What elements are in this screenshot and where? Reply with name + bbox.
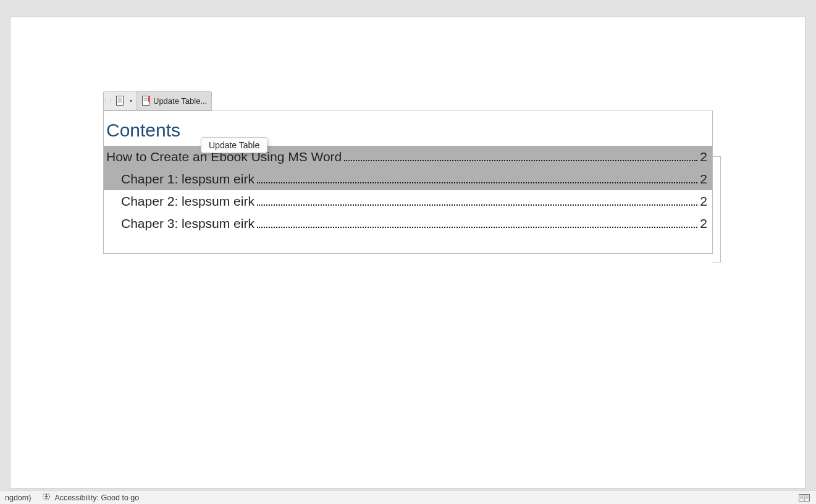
toc-entry[interactable]: Chaper 2: lespsum eirk 2: [104, 190, 712, 212]
svg-rect-0: [117, 96, 124, 106]
toc-entry-text: Chaper 3: lespsum eirk: [121, 216, 254, 231]
page-refresh-icon: [141, 95, 152, 106]
svg-rect-7: [148, 96, 150, 102]
update-table-button[interactable]: Update Table...: [137, 91, 211, 110]
toc-leader: [257, 182, 697, 183]
toc-entry-page: 2: [700, 194, 707, 209]
toc-title: Contents: [106, 120, 712, 141]
toc-field[interactable]: Contents How to Create an Ebook Using MS…: [103, 111, 713, 254]
toc-options-button[interactable]: ▾: [111, 91, 137, 110]
toc-entry-text: Chaper 2: lespsum eirk: [121, 194, 254, 209]
toc-entry-page: 2: [700, 149, 707, 164]
language-status[interactable]: ngdom): [5, 494, 31, 502]
drag-handle-icon[interactable]: ⋮⋮: [104, 91, 111, 110]
toc-leader: [257, 204, 697, 206]
accessibility-status[interactable]: Accessibility: Good to go: [42, 492, 139, 503]
toc-entry-text: Chaper 1: lespsum eirk: [121, 172, 254, 187]
accessibility-icon: [42, 492, 51, 503]
toc-container: ⋮⋮ ▾: [103, 91, 713, 254]
chevron-down-icon: ▾: [130, 98, 132, 104]
toc-entry-page: 2: [700, 216, 707, 231]
update-table-tooltip: Update Table: [201, 137, 267, 153]
svg-point-9: [46, 494, 47, 495]
status-bar: ngdom) Accessibility: Good to go: [0, 490, 816, 504]
update-table-label: Update Table...: [153, 96, 207, 106]
toc-leader: [344, 160, 697, 161]
toc-entry[interactable]: Chaper 3: lespsum eirk 2: [104, 212, 712, 235]
toc-toolbar: ⋮⋮ ▾: [103, 91, 212, 111]
toc-entries: How to Create an Ebook Using MS Word 2Ch…: [104, 146, 712, 235]
toc-entry-page: 2: [700, 172, 707, 187]
toc-entry[interactable]: How to Create an Ebook Using MS Word 2: [104, 146, 712, 168]
toc-entry[interactable]: Chaper 1: lespsum eirk 2: [104, 168, 712, 190]
document-page: ⋮⋮ ▾: [10, 17, 805, 489]
page-icon: [115, 95, 126, 106]
svg-rect-4: [143, 96, 149, 106]
toc-leader: [257, 227, 697, 228]
read-mode-button[interactable]: [797, 493, 811, 503]
